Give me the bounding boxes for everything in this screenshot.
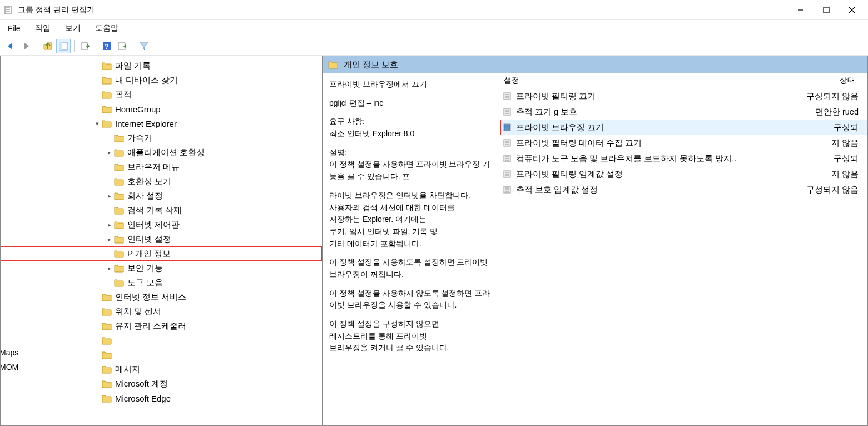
tree-item[interactable]: ▸인터넷 설정: [1, 232, 322, 246]
menubar: File 작업 보기 도움말: [0, 20, 868, 37]
list-row[interactable]: 추적 끄기 g 보호편안한 rued: [500, 104, 867, 120]
list-row[interactable]: 프라이빗 필터링 데이터 수집 끄기지 않음: [500, 135, 867, 151]
folder-icon: [114, 235, 124, 244]
help-button[interactable]: ?: [100, 39, 114, 53]
tree-item[interactable]: ▸인터넷 제어판: [1, 217, 322, 232]
setting-icon: [502, 153, 513, 164]
toolbar: ?: [0, 37, 868, 56]
folder-icon: [102, 119, 112, 128]
folder-icon: [102, 76, 112, 85]
tree-item[interactable]: ▾Internet Explorer: [1, 116, 322, 131]
chevron-right-icon[interactable]: ▸: [105, 265, 114, 272]
tree-item[interactable]: 메시지: [1, 362, 322, 377]
toolbar-separator: [74, 40, 75, 52]
list-row[interactable]: 프라이빗 필터링 끄기구성되지 않음: [500, 88, 867, 104]
tree-item[interactable]: 도구 모음: [1, 275, 322, 290]
back-button[interactable]: [3, 39, 18, 53]
setting-state: 지 않음: [784, 138, 867, 148]
properties-button[interactable]: [115, 39, 130, 53]
tree-item[interactable]: 검색 기록 삭제: [1, 203, 322, 217]
cut-label: MOM: [0, 360, 18, 374]
details-header-title: 개인 정보 보호: [344, 60, 398, 70]
folder-icon: [102, 350, 112, 359]
description-block-2: 라이빗 브라우징은 인터넷을 차단합니다. 사용자의 검색 세션에 대한 데이터…: [329, 190, 494, 250]
tree-item[interactable]: Microsoft 계정: [1, 377, 322, 391]
menu-action[interactable]: 작업: [35, 23, 51, 33]
requirements-value: 최소 인터넷 Explorer 8.0: [329, 129, 414, 138]
filter-button[interactable]: [137, 39, 151, 53]
list-row[interactable]: 추적 보호 임계값 설정구성되지 않음: [500, 182, 867, 197]
forward-button[interactable]: [19, 39, 33, 53]
chevron-right-icon[interactable]: ▸: [105, 221, 114, 229]
setting-icon: [502, 169, 513, 180]
setting-name: 프라이빗 필터링 임계값 설정: [516, 169, 784, 180]
folder-icon: [102, 379, 112, 388]
folder-icon: [114, 191, 124, 200]
setting-icon: [502, 184, 513, 195]
tree-item-label: Microsoft 계정: [115, 379, 168, 389]
tree-item[interactable]: 브라우저 메뉴: [1, 160, 322, 174]
chevron-right-icon[interactable]: ▸: [105, 149, 114, 156]
chevron-down-icon[interactable]: ▾: [93, 120, 102, 127]
tree-item[interactable]: P 개인 정보: [1, 246, 322, 261]
tree-item-label: 내 디바이스 찾기: [115, 75, 178, 86]
tree-item-label: 검색 기록 삭제: [127, 205, 182, 216]
menu-file[interactable]: File: [8, 24, 21, 33]
tree-scroll[interactable]: 파일 기록내 디바이스 찾기필적HomeGroup▾Internet Explo…: [1, 56, 322, 425]
tree-panel: Maps MOM 파일 기록내 디바이스 찾기필적HomeGroup▾Inter…: [0, 56, 323, 426]
close-button[interactable]: [839, 2, 865, 18]
content-area: Maps MOM 파일 기록내 디바이스 찾기필적HomeGroup▾Inter…: [0, 56, 868, 426]
tree-item[interactable]: ▸보안 기능: [1, 261, 322, 275]
tree-item[interactable]: HomeGroup: [1, 102, 322, 116]
up-button[interactable]: [41, 39, 55, 53]
folder-icon: [114, 177, 124, 186]
tree-item-label: 회사 설정: [127, 191, 163, 201]
tree-item[interactable]: ▸애플리케이션 호환성: [1, 145, 322, 160]
folder-icon: [102, 365, 112, 374]
export-button[interactable]: [78, 39, 92, 53]
tree-item-label: 보안 기능: [127, 263, 163, 274]
list-row[interactable]: 프라이빗 필터링 임계값 설정지 않음: [500, 166, 867, 182]
tree-item[interactable]: 위치 및 센서: [1, 304, 322, 319]
requirements-label: 요구 사항:: [329, 117, 365, 126]
tree-item[interactable]: 유지 관리 스케줄러: [1, 319, 322, 333]
setting-name: 추적 보호 임계값 설정: [516, 185, 784, 195]
setting-name: 프라이빗 브라우징 끄기: [516, 122, 784, 133]
tree-item[interactable]: [1, 348, 322, 362]
tree-item[interactable]: 가속기: [1, 131, 322, 145]
list-row[interactable]: 프라이빗 브라우징 끄기구성되: [500, 120, 867, 135]
tree-item[interactable]: 파일 기록: [1, 58, 322, 73]
tree-item[interactable]: 내 디바이스 찾기: [1, 73, 322, 87]
menu-view[interactable]: 보기: [65, 23, 81, 33]
details-header: 개인 정보 보호: [323, 56, 867, 73]
tree-item[interactable]: Microsoft Edge: [1, 391, 322, 405]
column-setting[interactable]: 설정: [500, 76, 784, 86]
chevron-right-icon[interactable]: ▸: [105, 236, 114, 243]
chevron-right-icon[interactable]: ▸: [105, 192, 114, 200]
tree-item[interactable]: 인터넷 정보 서비스: [1, 290, 322, 304]
folder-icon: [102, 321, 112, 330]
tree-item[interactable]: [1, 333, 322, 348]
maximize-button[interactable]: [814, 2, 839, 18]
setting-state: 편안한 rued: [784, 107, 867, 117]
tree-item[interactable]: 호환성 보기: [1, 174, 322, 189]
edit-link-line[interactable]: pgljcl 편집 – inc: [329, 97, 494, 110]
toolbar-separator: [133, 40, 133, 52]
minimize-button[interactable]: [788, 2, 814, 18]
list-row[interactable]: 컴퓨터가 도구 모음 및 브라우저를 로드하지 못하도록 방지..구성되: [500, 151, 867, 166]
setting-icon: [502, 137, 513, 148]
tree-item[interactable]: ▸회사 설정: [1, 189, 322, 203]
requirements: 요구 사항: 최소 인터넷 Explorer 8.0: [329, 116, 494, 140]
setting-icon: [502, 91, 513, 102]
cut-label: Maps: [0, 345, 18, 360]
show-hide-tree-button[interactable]: [56, 39, 71, 53]
menu-help[interactable]: 도움말: [95, 23, 118, 33]
tree-item-label: 가속기: [127, 133, 152, 143]
window-controls: [788, 2, 865, 18]
tree-item[interactable]: 필적: [1, 87, 322, 102]
folder-icon: [328, 60, 338, 69]
column-state[interactable]: 상태: [784, 76, 867, 86]
folder-icon: [102, 336, 112, 345]
details-body: 프라이빗 브라우징에서 끄기 pgljcl 편집 – inc 요구 사항: 최소…: [323, 73, 867, 425]
list-header: 설정 상태: [500, 73, 867, 88]
